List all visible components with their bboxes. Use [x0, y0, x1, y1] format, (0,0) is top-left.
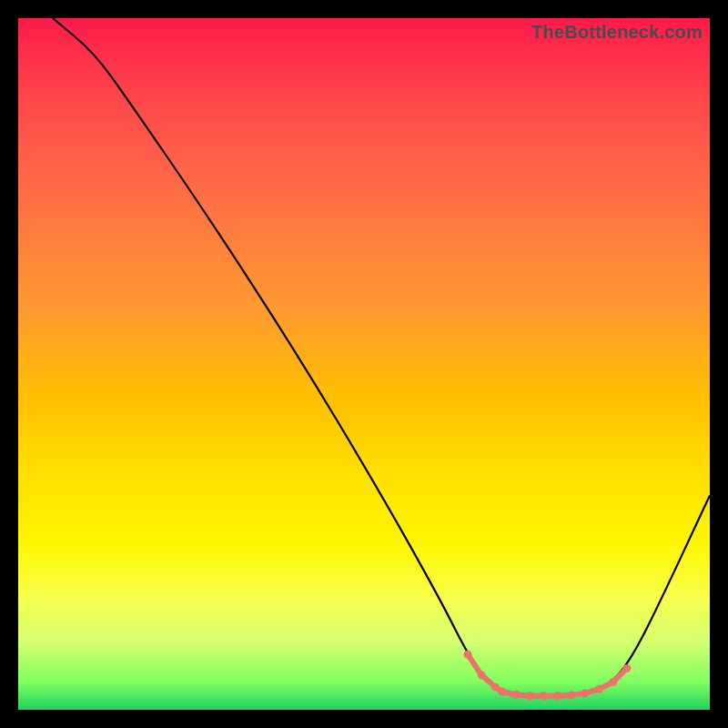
svg-point-14: [491, 682, 500, 691]
svg-point-20: [568, 692, 576, 700]
svg-point-19: [553, 692, 561, 700]
watermark-label: TheBottleneck.com: [531, 22, 703, 43]
svg-point-17: [526, 692, 534, 700]
svg-point-21: [581, 689, 590, 697]
svg-point-12: [464, 651, 472, 659]
svg-point-18: [540, 692, 548, 700]
chart-curve: [53, 18, 710, 696]
svg-point-13: [478, 672, 486, 680]
svg-point-15: [499, 688, 507, 696]
chart-highlight-band: [464, 651, 632, 701]
svg-point-23: [609, 678, 617, 686]
svg-point-24: [622, 664, 631, 672]
chart-frame: TheBottleneck.com: [0, 0, 728, 728]
svg-point-22: [595, 685, 603, 693]
svg-point-16: [512, 691, 521, 699]
chart-curve-layer: [18, 18, 710, 710]
chart-plot-area: TheBottleneck.com: [18, 18, 710, 710]
